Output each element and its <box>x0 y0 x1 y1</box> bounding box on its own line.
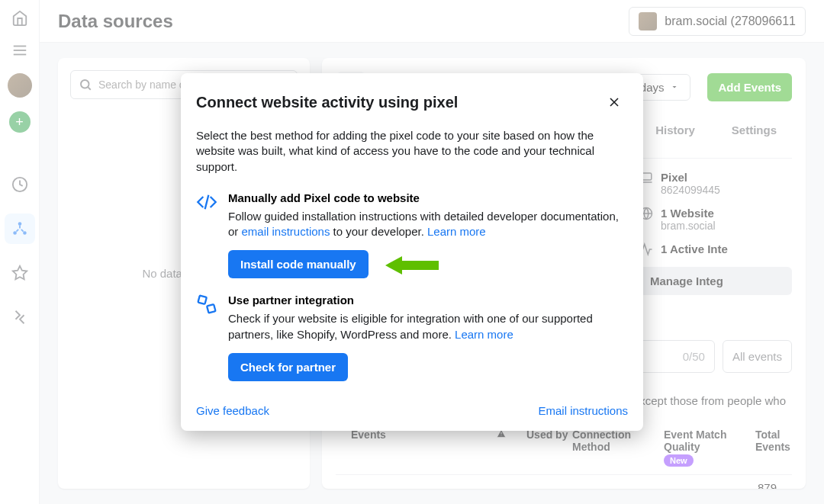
svg-line-22 <box>205 195 209 210</box>
email-instructions-link[interactable]: email instructions <box>242 225 330 238</box>
modal-header: Connect website activity using pixel <box>181 73 643 124</box>
partner-option: Use partner integration Check if your we… <box>196 294 628 381</box>
arrow-annotation <box>385 253 439 278</box>
partner-icon <box>196 294 217 381</box>
modal-overlay: Connect website activity using pixel Sel… <box>0 0 824 504</box>
learn-more-link[interactable]: Learn more <box>427 225 486 238</box>
partner-option-title: Use partner integration <box>228 294 628 307</box>
code-icon <box>196 191 217 279</box>
modal-description: Select the best method for adding the pi… <box>196 128 628 175</box>
close-button[interactable] <box>600 88 628 116</box>
manual-option-title: Manually add Pixel code to website <box>228 191 628 204</box>
email-instructions-footer-link[interactable]: Email instructions <box>538 404 628 417</box>
connect-pixel-modal: Connect website activity using pixel Sel… <box>181 73 643 431</box>
learn-more-link-2[interactable]: Learn more <box>455 328 513 341</box>
close-icon <box>607 95 622 110</box>
partner-option-desc: Check if your website is eligible for in… <box>228 311 628 342</box>
svg-rect-24 <box>198 296 206 304</box>
manual-option-desc: Follow guided installation instructions … <box>228 209 628 240</box>
svg-rect-25 <box>207 304 215 313</box>
modal-footer: Give feedback Email instructions <box>196 392 628 417</box>
manual-option: Manually add Pixel code to website Follo… <box>196 191 628 279</box>
modal-body: Select the best method for adding the pi… <box>181 124 643 431</box>
svg-marker-23 <box>385 256 439 274</box>
install-manually-button[interactable]: Install code manually <box>228 250 369 278</box>
modal-title: Connect website activity using pixel <box>196 94 458 111</box>
check-partner-button[interactable]: Check for partner <box>228 353 348 381</box>
give-feedback-link[interactable]: Give feedback <box>196 404 269 417</box>
